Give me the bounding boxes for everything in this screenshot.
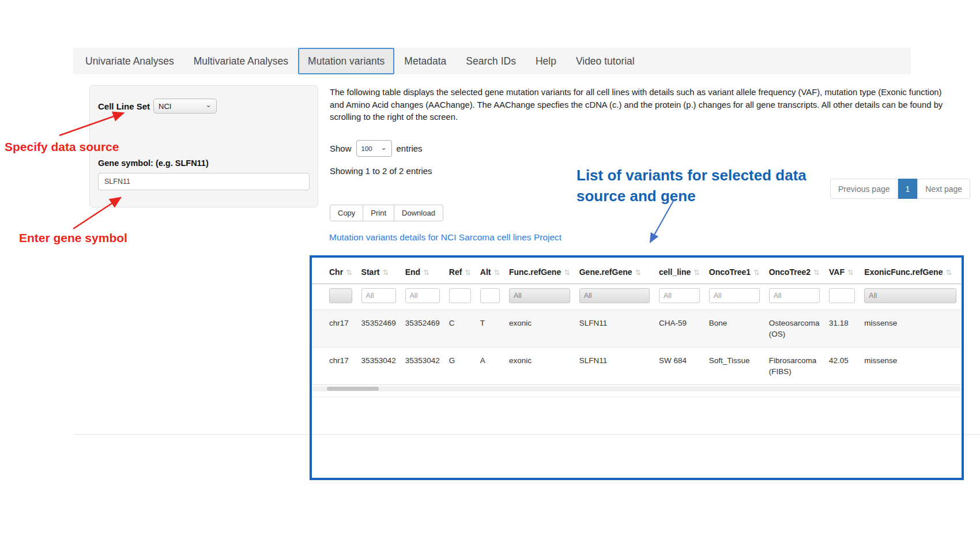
horizontal-scrollbar[interactable] (312, 386, 961, 391)
table-row[interactable]: chr17 35353042 35353042 G A exonic SLFN1… (312, 348, 961, 385)
page-number-button[interactable]: 1 (898, 179, 918, 199)
filter-select-gene-refgene[interactable]: All (579, 288, 650, 303)
column-header-vaf[interactable]: VAF⇅ (824, 258, 860, 284)
column-header-exonicfunc-refgene[interactable]: ExonicFunc.refGene⇅ (860, 258, 961, 284)
variants-table-annotation-box: Chr⇅ Start⇅ End⇅ Ref⇅ Alt⇅ Func.refGene⇅… (310, 255, 964, 480)
table-bottom-border (312, 397, 961, 397)
sort-icon: ⇅ (635, 269, 641, 277)
column-header-start[interactable]: Start⇅ (357, 258, 401, 284)
gene-symbol-label: Gene symbol: (e.g. SLFN11) (98, 158, 310, 168)
sort-icon: ⇅ (813, 269, 819, 277)
previous-page-button[interactable]: Previous page (830, 179, 898, 199)
tab-multivariate-analyses[interactable]: Multivariate Analyses (184, 48, 298, 74)
column-header-gene-refgene[interactable]: Gene.refGene⇅ (575, 258, 654, 284)
tab-mutation-variants[interactable]: Mutation variants (298, 48, 394, 74)
sort-icon: ⇅ (423, 269, 429, 277)
filter-input-alt[interactable] (480, 288, 500, 303)
filter-input-start[interactable] (361, 288, 396, 303)
sort-icon: ⇅ (945, 269, 951, 277)
table-filter-row: All All All (312, 284, 961, 310)
filter-input-end[interactable] (405, 288, 440, 303)
sort-icon: ⇅ (753, 269, 759, 277)
sort-icon: ⇅ (564, 269, 570, 277)
sidebar-panel: Cell Line Set NCI ⌄ Gene symbol: (e.g. S… (89, 85, 318, 207)
tab-univariate-analyses[interactable]: Univariate Analyses (76, 48, 184, 74)
filter-input-cell-line[interactable] (659, 288, 700, 303)
show-label: Show (330, 144, 352, 153)
annotation-specify-data-source: Specify data source (5, 140, 119, 154)
filter-select-exonicfunc-refgene[interactable]: All (864, 288, 956, 303)
annotation-list-of-variants: List of variants for selected data sourc… (576, 165, 836, 206)
filter-input-vaf[interactable] (829, 288, 855, 303)
column-header-oncotree1[interactable]: OncoTree1⇅ (704, 258, 764, 284)
filter-select-chr[interactable] (329, 288, 352, 303)
sort-icon: ⇅ (693, 269, 699, 277)
tab-video-tutorial[interactable]: Video tutorial (566, 48, 644, 74)
gene-symbol-input[interactable] (98, 173, 310, 190)
column-header-func-refgene[interactable]: Func.refGene⇅ (504, 258, 575, 284)
cell-line-set-select[interactable]: NCI ⌄ (153, 99, 217, 114)
sort-icon: ⇅ (465, 269, 470, 277)
next-page-button[interactable]: Next page (917, 179, 970, 199)
variants-table: Chr⇅ Start⇅ End⇅ Ref⇅ Alt⇅ Func.refGene⇅… (312, 258, 961, 385)
tab-help[interactable]: Help (526, 48, 566, 74)
export-button-group: Copy Print Download (330, 205, 443, 221)
pagination: Previous page 1 Next page (830, 179, 970, 199)
top-navbar: Univariate Analyses Multivariate Analyse… (73, 48, 911, 74)
page: Univariate Analyses Multivariate Analyse… (0, 0, 980, 551)
filter-input-ref[interactable] (449, 288, 471, 303)
filter-select-func-refgene[interactable]: All (509, 288, 570, 303)
table-header-row: Chr⇅ Start⇅ End⇅ Ref⇅ Alt⇅ Func.refGene⇅… (312, 258, 961, 284)
table-description-text: The following table displays the selecte… (330, 86, 951, 124)
column-header-chr[interactable]: Chr⇅ (312, 258, 357, 284)
cell-line-set-value: NCI (159, 102, 171, 111)
page-length-control: Show 100 ⌄ entries (330, 140, 423, 157)
table-row[interactable]: chr17 35352469 35352469 C T exonic SLFN1… (312, 310, 961, 348)
download-button[interactable]: Download (394, 205, 443, 221)
print-button[interactable]: Print (363, 205, 394, 221)
table-caption-link[interactable]: Mutation variants details for NCI Sarcom… (329, 232, 561, 243)
tab-search-ids[interactable]: Search IDs (456, 48, 526, 74)
column-header-alt[interactable]: Alt⇅ (476, 258, 504, 284)
page-length-select[interactable]: 100 ⌄ (356, 140, 392, 157)
chevron-down-icon: ⌄ (205, 102, 212, 108)
sort-icon: ⇅ (383, 269, 389, 277)
column-header-ref[interactable]: Ref⇅ (444, 258, 476, 284)
sort-icon: ⇅ (493, 269, 499, 277)
column-header-oncotree2[interactable]: OncoTree2⇅ (764, 258, 824, 284)
cell-line-set-label: Cell Line Set (98, 101, 150, 111)
copy-button[interactable]: Copy (330, 205, 363, 221)
filter-input-oncotree2[interactable] (769, 288, 820, 303)
sort-icon: ⇅ (847, 269, 853, 277)
column-header-end[interactable]: End⇅ (401, 258, 444, 284)
chevron-down-icon: ⌄ (380, 145, 386, 150)
sort-icon: ⇅ (346, 269, 352, 277)
filter-input-oncotree1[interactable] (709, 288, 760, 303)
column-header-cell-line[interactable]: cell_line⇅ (654, 258, 704, 284)
annotation-enter-gene-symbol: Enter gene symbol (19, 231, 127, 245)
showing-entries-status: Showing 1 to 2 of 2 entries (330, 166, 432, 176)
tab-metadata[interactable]: Metadata (394, 48, 456, 74)
scrollbar-thumb[interactable] (327, 387, 379, 391)
page-length-value: 100 (361, 145, 372, 152)
entries-label: entries (397, 144, 423, 153)
